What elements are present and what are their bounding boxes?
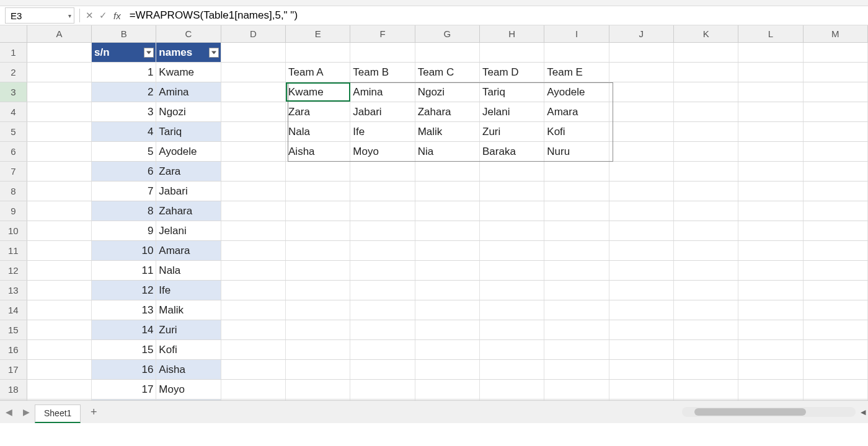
cell[interactable] (544, 340, 609, 359)
cell[interactable] (804, 122, 868, 141)
cell[interactable] (221, 43, 286, 62)
filter-dropdown-icon[interactable] (144, 48, 154, 58)
cell[interactable]: Baraka (480, 142, 544, 161)
formula-accept-icon[interactable]: ✓ (96, 9, 110, 22)
cell[interactable]: 13 (92, 300, 156, 320)
cell[interactable] (674, 300, 738, 320)
column-header-K[interactable]: K (674, 25, 738, 42)
cell[interactable] (804, 380, 868, 399)
cell[interactable]: Nia (415, 142, 480, 161)
cell[interactable]: Team C (415, 63, 480, 82)
cell[interactable] (350, 43, 415, 62)
cell[interactable]: 14 (92, 320, 156, 339)
row-header[interactable]: 7 (0, 162, 27, 181)
column-header-G[interactable]: G (415, 25, 480, 42)
cell[interactable] (286, 221, 350, 240)
cell[interactable] (544, 181, 609, 201)
cell[interactable] (804, 281, 868, 300)
cell[interactable] (415, 261, 480, 280)
cell[interactable] (674, 261, 738, 280)
cell[interactable]: 15 (92, 340, 156, 359)
filter-dropdown-icon[interactable] (209, 48, 219, 58)
row-header[interactable]: 18 (0, 380, 27, 399)
cell[interactable] (415, 340, 480, 359)
column-header-C[interactable]: C (156, 25, 221, 42)
cell[interactable] (804, 261, 868, 280)
cell[interactable] (286, 43, 350, 62)
cell[interactable] (544, 360, 609, 379)
cell[interactable] (27, 360, 92, 379)
cell[interactable]: 1 (92, 63, 156, 82)
cell[interactable] (480, 201, 544, 221)
cell[interactable] (804, 221, 868, 240)
cell[interactable]: 17 (92, 380, 156, 399)
cell[interactable] (804, 320, 868, 339)
row-header[interactable]: 8 (0, 181, 27, 201)
cell[interactable] (609, 102, 674, 121)
cell[interactable] (804, 340, 868, 359)
cell[interactable] (674, 162, 738, 181)
cell[interactable] (804, 82, 868, 102)
cell[interactable]: Zara (156, 162, 221, 181)
cell[interactable] (738, 122, 803, 141)
cell[interactable] (738, 63, 803, 82)
cell[interactable] (27, 241, 92, 260)
cell[interactable] (480, 162, 544, 181)
cell[interactable] (804, 201, 868, 221)
row-header[interactable]: 4 (0, 102, 27, 121)
cell[interactable] (804, 241, 868, 260)
cell[interactable] (480, 360, 544, 379)
cell[interactable] (221, 360, 286, 379)
cell[interactable] (544, 241, 609, 260)
cell[interactable] (609, 320, 674, 339)
row-header[interactable]: 15 (0, 320, 27, 339)
horizontal-scrollbar-thumb[interactable] (694, 408, 806, 416)
tab-nav-prev-icon[interactable]: ◀ (0, 403, 17, 421)
cell[interactable] (286, 340, 350, 359)
cell[interactable] (480, 261, 544, 280)
column-header-B[interactable]: B (92, 25, 156, 42)
cell[interactable]: Team B (350, 63, 415, 82)
cell[interactable] (27, 261, 92, 280)
cell[interactable] (27, 380, 92, 399)
cell[interactable] (415, 43, 480, 62)
cell[interactable] (544, 320, 609, 339)
cell[interactable] (286, 360, 350, 379)
cell[interactable] (674, 201, 738, 221)
cell[interactable]: 8 (92, 201, 156, 221)
cell[interactable]: 16 (92, 360, 156, 379)
cell[interactable] (221, 241, 286, 260)
cell[interactable]: Kwame (156, 63, 221, 82)
cell[interactable] (544, 43, 609, 62)
cell[interactable] (27, 221, 92, 240)
cell[interactable] (738, 340, 803, 359)
cell[interactable]: 9 (92, 221, 156, 240)
cell[interactable]: Tariq (480, 82, 544, 102)
column-header-J[interactable]: J (609, 25, 674, 42)
cell[interactable] (221, 221, 286, 240)
cell[interactable] (27, 82, 92, 102)
cell[interactable] (674, 360, 738, 379)
cell[interactable] (286, 241, 350, 260)
cell[interactable] (350, 181, 415, 201)
cell[interactable]: Zuri (480, 122, 544, 141)
cell[interactable] (221, 181, 286, 201)
cell[interactable]: 11 (92, 261, 156, 280)
fx-icon[interactable]: fx (113, 11, 121, 21)
cell[interactable] (738, 380, 803, 399)
cell[interactable] (480, 281, 544, 300)
cell[interactable] (804, 43, 868, 62)
cell[interactable] (286, 320, 350, 339)
cell[interactable] (480, 43, 544, 62)
cell[interactable] (674, 380, 738, 399)
cell[interactable] (738, 300, 803, 320)
cell[interactable] (544, 281, 609, 300)
cell[interactable]: Moyo (350, 142, 415, 161)
cell[interactable] (674, 122, 738, 141)
column-header-E[interactable]: E (286, 25, 350, 42)
cell[interactable] (221, 142, 286, 161)
column-header-F[interactable]: F (350, 25, 415, 42)
column-header-L[interactable]: L (738, 25, 803, 42)
cell[interactable]: Jabari (350, 102, 415, 121)
cell[interactable] (350, 221, 415, 240)
